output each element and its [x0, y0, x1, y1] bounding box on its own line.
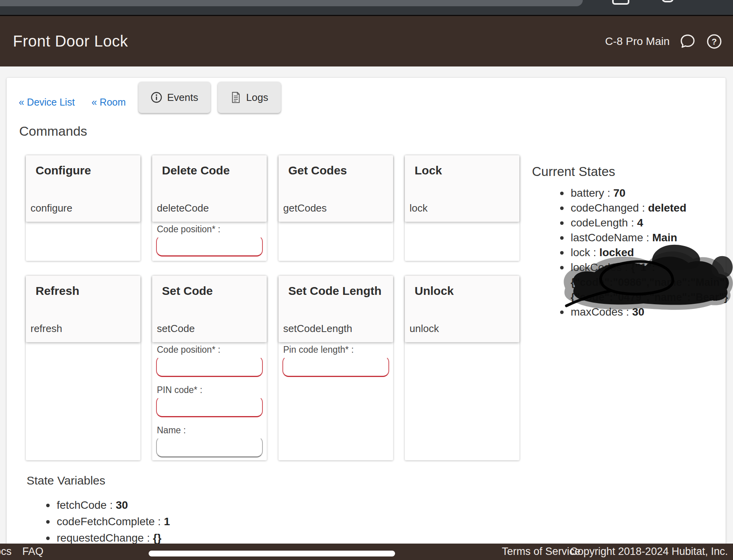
command-title: Get Codes	[288, 164, 347, 177]
bullet-dot	[560, 206, 564, 210]
setCode-pin-code-input[interactable]	[156, 396, 263, 417]
footer-terms-link[interactable]: Terms of Service	[502, 544, 580, 560]
bullet-dot	[560, 221, 564, 225]
bullet-dot	[46, 537, 50, 540]
room-link[interactable]: « Room	[92, 97, 126, 108]
device-list-link[interactable]: « Device List	[19, 97, 75, 108]
field-label: Pin code length* :	[283, 345, 389, 355]
document-icon	[230, 92, 241, 103]
current-state-codeChanged: codeChanged : deleted	[532, 201, 729, 215]
get-codes-command-button[interactable]: Get CodesgetCodes	[278, 155, 393, 222]
command-title: Set Code Length	[288, 284, 381, 298]
events-button-label: Events	[167, 92, 198, 104]
delete-code-command-button[interactable]: Delete CodedeleteCode	[152, 155, 267, 222]
browser-url-bar[interactable]	[0, 0, 583, 6]
command-card-unlock: Unlockunlock	[405, 276, 519, 460]
current-state-battery: battery : 70	[532, 186, 729, 201]
browser-chrome-bar	[0, 0, 733, 15]
current-states-heading: Current States	[532, 164, 615, 179]
redacted-lock-code-line: {"code":"0479","name":"Bear"}	[532, 290, 729, 305]
command-method-name: getCodes	[283, 202, 327, 214]
state-variables-list: fetchCode : 30codeFetchComplete : 1reque…	[7, 497, 280, 546]
set-code-command-button[interactable]: Set CodesetCode	[152, 276, 267, 342]
state-variable-fetchCode: fetchCode : 30	[7, 497, 280, 513]
command-card-configure: Configureconfigure	[26, 155, 140, 261]
footer-copyright: Copyright 2018-2024 Hubitat, Inc.	[570, 544, 728, 560]
chat-icon[interactable]	[679, 33, 696, 50]
current-state-lastCodeName: lastCodeName : Main	[532, 230, 729, 245]
command-method-name: setCodeLength	[283, 323, 352, 335]
logs-button-label: Logs	[246, 92, 268, 104]
header-right-cluster: C-8 Pro Main ?	[605, 33, 723, 50]
field-label: Code position* :	[157, 224, 263, 235]
field-label: Code position* :	[157, 345, 263, 355]
command-title: Delete Code	[162, 164, 230, 177]
footer-docs-link[interactable]: Docs	[0, 544, 12, 560]
current-state-maxCodes: maxCodes : 30	[532, 305, 729, 319]
command-inputs: Pin code length* :	[278, 342, 393, 377]
command-card-set-code: Set CodesetCodeCode position* :PIN code*…	[152, 276, 267, 460]
refresh-command-button[interactable]: Refreshrefresh	[26, 276, 140, 342]
command-method-name: lock	[410, 202, 428, 214]
configure-command-button[interactable]: Configureconfigure	[26, 155, 140, 222]
command-title: Configure	[36, 164, 91, 177]
current-state-codeLength: codeLength : 4	[532, 215, 729, 230]
command-card-refresh: Refreshrefresh	[26, 276, 140, 460]
bullet-dot	[560, 236, 564, 240]
command-method-name: setCode	[157, 323, 195, 335]
field-label: Name :	[157, 425, 263, 436]
current-state-lockCodes: lockCodes : {"1":	[532, 260, 729, 275]
logs-button[interactable]: Logs	[218, 82, 281, 113]
commands-grid: ConfigureconfigureDelete CodedeleteCodeC…	[26, 155, 519, 460]
redacted-lock-code-line: {"code":"0986","name":"Main"}	[532, 275, 729, 290]
setCodeLength-pin-code-length-input[interactable]	[282, 356, 389, 377]
bullet-dot	[560, 311, 564, 314]
events-button[interactable]: Events	[138, 82, 210, 113]
app-header: Front Door Lock C-8 Pro Main ?	[0, 16, 733, 66]
state-variables-heading: State Variables	[27, 474, 105, 487]
command-inputs: Code position* :PIN code* :Name :	[152, 342, 267, 458]
browser-menu-icon[interactable]	[662, 0, 674, 2]
command-method-name: refresh	[31, 323, 62, 335]
info-icon	[151, 92, 162, 103]
command-card-delete-code: Delete CodedeleteCodeCode position* :	[152, 155, 267, 261]
commands-heading: Commands	[19, 124, 87, 139]
command-card-get-codes: Get CodesgetCodes	[278, 155, 393, 261]
page: Front Door Lock C-8 Pro Main ? « Device …	[0, 0, 733, 560]
deleteCode-code-position-input[interactable]	[156, 235, 263, 257]
footer-bar: Docs FAQ Terms of Service Copyright 2018…	[0, 544, 733, 560]
footer-faq-link[interactable]: FAQ	[22, 544, 43, 560]
current-states-list: battery : 70codeChanged : deletedcodeLen…	[532, 186, 729, 319]
command-card-set-code-length: Set Code LengthsetCodeLengthPin code len…	[278, 276, 393, 460]
unlock-command-button[interactable]: Unlockunlock	[405, 276, 519, 342]
svg-text:?: ?	[711, 36, 717, 46]
browser-tab-icon[interactable]	[612, 0, 629, 5]
current-state-lock: lock : locked	[532, 245, 729, 260]
command-method-name: unlock	[410, 323, 439, 335]
command-method-name: configure	[31, 202, 72, 214]
state-variable-codeFetchComplete: codeFetchComplete : 1	[7, 513, 280, 530]
bullet-dot	[46, 520, 50, 524]
device-page-card: « Device List « Room Events Logs	[7, 78, 726, 560]
bullet-dot	[560, 251, 564, 255]
hub-name-label: C-8 Pro Main	[605, 35, 670, 48]
field-label: PIN code* :	[157, 385, 263, 395]
home-indicator-bar[interactable]	[149, 551, 395, 556]
bullet-dot	[46, 504, 50, 507]
bullet-dot	[560, 192, 564, 195]
command-title: Refresh	[36, 284, 79, 298]
command-title: Lock	[415, 164, 442, 177]
setCode-name-input[interactable]	[156, 436, 263, 458]
command-title: Set Code	[162, 284, 213, 298]
command-title: Unlock	[415, 284, 454, 298]
command-inputs: Code position* :	[152, 222, 267, 257]
setCode-code-position-input[interactable]	[156, 356, 263, 377]
page-title: Front Door Lock	[13, 32, 128, 50]
command-card-lock: Locklock	[405, 155, 519, 261]
lock-command-button[interactable]: Locklock	[405, 155, 519, 222]
command-method-name: deleteCode	[157, 202, 209, 214]
set-code-length-command-button[interactable]: Set Code LengthsetCodeLength	[278, 276, 393, 342]
bullet-dot	[560, 266, 564, 269]
help-icon[interactable]: ?	[706, 33, 723, 50]
